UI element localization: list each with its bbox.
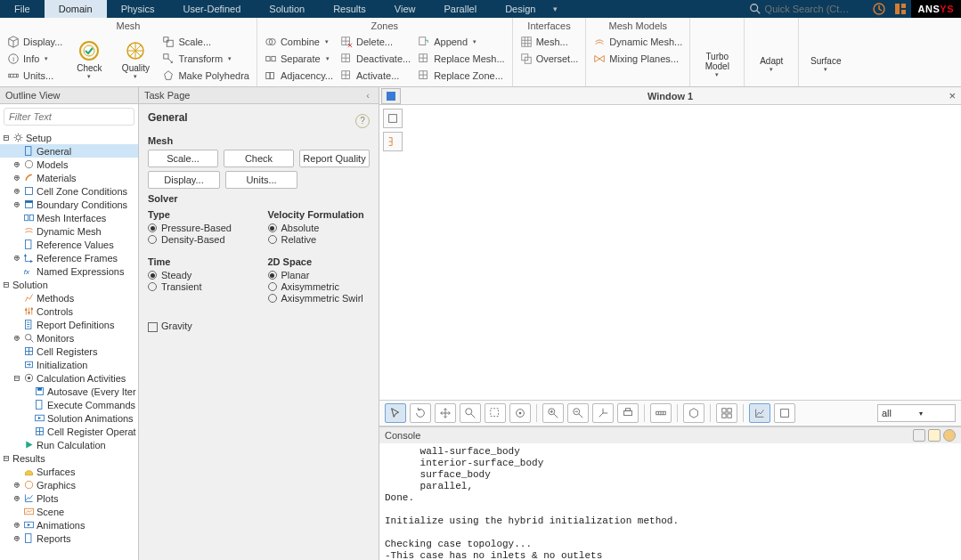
search-input[interactable]	[765, 4, 863, 14]
task-collapse[interactable]: ‹	[366, 90, 373, 101]
tool-tree[interactable]	[383, 132, 403, 151]
zones-append[interactable]: Append▾	[416, 34, 506, 50]
scale-button[interactable]: Scale...	[148, 150, 218, 167]
tree-scene[interactable]: Scene	[0, 505, 138, 518]
radio-axiswirl[interactable]: Axisymmetric Swirl	[268, 293, 371, 304]
radio-steady[interactable]: Steady	[148, 270, 250, 280]
gravity-checkbox[interactable]: Gravity	[148, 321, 370, 332]
zones-replacemesh[interactable]: Replace Mesh...	[416, 51, 506, 67]
mesh-transform[interactable]: Transform▾	[160, 51, 251, 67]
tree-calc[interactable]: ⊟Calculation Activities	[0, 371, 138, 385]
zones-separate[interactable]: Separate▾	[263, 51, 335, 67]
help-button[interactable]: ?	[355, 114, 370, 128]
radio-planar[interactable]: Planar	[268, 270, 371, 280]
layout-icon[interactable]	[893, 2, 908, 16]
mesh-polyhedra[interactable]: Make Polyhedra	[160, 68, 251, 84]
tool-zoombox[interactable]	[485, 403, 506, 423]
tree-cellregop[interactable]: Cell Register Operat	[0, 425, 138, 438]
mesh-display[interactable]: Display...	[5, 34, 64, 50]
menu-view[interactable]: View	[380, 0, 430, 18]
filter-input[interactable]	[4, 108, 134, 126]
tree-materials[interactable]: ⊕Materials	[0, 171, 138, 184]
radio-absolute[interactable]: Absolute	[268, 223, 371, 233]
mesh-info[interactable]: iInfo▾	[5, 51, 64, 67]
mesh-check[interactable]: Check▾	[68, 34, 110, 86]
menu-solution[interactable]: Solution	[255, 0, 319, 18]
tree-setup[interactable]: ⊟Setup	[0, 131, 138, 144]
interfaces-mesh[interactable]: Mesh...	[518, 34, 581, 50]
menu-physics[interactable]: Physics	[107, 0, 169, 18]
menu-domain[interactable]: Domain	[45, 0, 107, 18]
menu-parallel[interactable]: Parallel	[429, 0, 491, 18]
menu-design[interactable]: Design	[491, 0, 550, 18]
radio-transient[interactable]: Transient	[148, 281, 250, 292]
tree-cellzone[interactable]: ⊕Cell Zone Conditions	[0, 184, 138, 198]
radio-pressure[interactable]: Pressure-Based	[148, 223, 250, 233]
window-tab[interactable]	[381, 88, 401, 104]
units-button[interactable]: Units...	[225, 171, 297, 189]
tree-init[interactable]: Initialization	[0, 358, 138, 371]
tree-methods[interactable]: Methods	[0, 291, 138, 304]
tree-boundary[interactable]: ⊕Boundary Conditions	[0, 198, 138, 211]
tree-execcmd[interactable]: Execute Commands	[0, 398, 138, 411]
tree-dynmesh[interactable]: Dynamic Mesh	[0, 224, 138, 238]
tree-runcalc[interactable]: Run Calculation	[0, 438, 138, 451]
tree-results[interactable]: ⊟Results	[0, 451, 138, 465]
check-button[interactable]: Check	[224, 150, 294, 167]
console-warnings[interactable]	[928, 429, 941, 442]
tool-multi[interactable]	[716, 403, 737, 423]
tool-rotate[interactable]	[410, 403, 431, 423]
zones-deactivate[interactable]: Deactivate...	[338, 51, 412, 67]
mesh-quality[interactable]: Quality▾	[114, 34, 157, 86]
tree-general[interactable]: General	[0, 144, 138, 158]
zones-replacezone[interactable]: Replace Zone...	[416, 68, 506, 84]
tree-graphics[interactable]: ⊕Graphics	[0, 478, 138, 491]
tool-zoom[interactable]	[460, 403, 481, 423]
tool-print[interactable]	[617, 403, 639, 423]
tree-cellreg[interactable]: Cell Registers	[0, 345, 138, 358]
mesh-scale[interactable]: Scale...	[160, 34, 251, 50]
menu-file[interactable]: File	[0, 0, 45, 18]
tree-reports[interactable]: ⊕Reports	[0, 532, 138, 545]
tool-plot[interactable]	[749, 403, 770, 423]
tree-refvals[interactable]: Reference Values	[0, 238, 138, 251]
tree-monitors[interactable]: ⊕Monitors	[0, 331, 138, 345]
tool-fit[interactable]	[542, 403, 564, 423]
meshmodels-mixing[interactable]: Mixing Planes...	[591, 51, 684, 67]
view-combo[interactable]: all▾	[877, 404, 956, 422]
console-output[interactable]: wall-surface_body interior-surface_body …	[379, 443, 961, 560]
zones-adjacency[interactable]: Adjacency...	[263, 68, 335, 84]
zones-combine[interactable]: Combine▾	[263, 34, 335, 50]
tool-view[interactable]	[683, 403, 704, 423]
tree-refframes[interactable]: ⊕Reference Frames	[0, 251, 138, 264]
zones-delete[interactable]: Delete...	[338, 34, 412, 50]
mesh-units[interactable]: Units...	[5, 68, 64, 84]
tool-target[interactable]	[509, 403, 531, 423]
tool-pan[interactable]	[435, 403, 456, 423]
radio-axi[interactable]: Axisymmetric	[268, 281, 371, 292]
tree-reportdef[interactable]: Report Definitions	[0, 318, 138, 331]
report-quality-button[interactable]: Report Quality	[299, 150, 370, 167]
menu-userdefined[interactable]: User-Defined	[169, 0, 256, 18]
display-button[interactable]: Display...	[148, 171, 220, 189]
clock-icon[interactable]	[872, 2, 886, 16]
tree-solution[interactable]: ⊟Solution	[0, 278, 138, 291]
tree-autosave[interactable]: Autosave (Every Iter	[0, 385, 138, 398]
tree-namedexpr[interactable]: fxNamed Expressions	[0, 264, 138, 278]
graphics-canvas[interactable]	[379, 105, 961, 400]
menu-results[interactable]: Results	[319, 0, 380, 18]
tool-select[interactable]	[385, 403, 406, 423]
meshmodels-dynamic[interactable]: Dynamic Mesh...	[591, 34, 684, 50]
tool-ortho[interactable]	[774, 403, 795, 423]
tree-meshinterfaces[interactable]: Mesh Interfaces	[0, 211, 138, 224]
console-errors[interactable]	[943, 429, 956, 442]
radio-relative[interactable]: Relative	[268, 234, 371, 245]
turbo-model[interactable]: Turbo Model▾	[696, 34, 738, 86]
tree-surfaces[interactable]: Surfaces	[0, 465, 138, 478]
radio-density[interactable]: Density-Based	[148, 234, 250, 245]
quick-search[interactable]	[749, 3, 868, 15]
tree-plots[interactable]: ⊕Plots	[0, 491, 138, 505]
tool-axes[interactable]	[592, 403, 614, 423]
tool-zoomout[interactable]	[567, 403, 589, 423]
surface[interactable]: Surface▾	[804, 34, 847, 86]
